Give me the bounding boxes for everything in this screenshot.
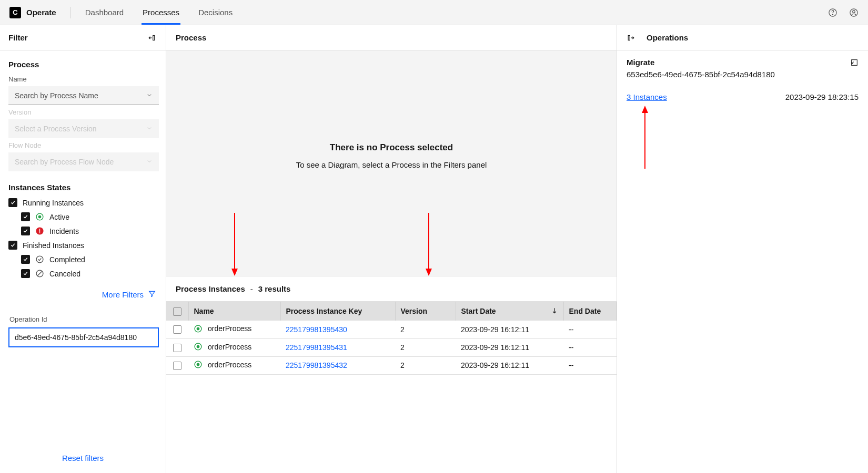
svg-point-15 — [197, 345, 200, 348]
col-start-date[interactable]: Start Date — [456, 302, 563, 321]
row-name: orderProcess — [188, 356, 280, 374]
row-key[interactable]: 225179981395430 — [280, 321, 395, 338]
operations-panel: Operations Migrate 653ed5e6-49ed-4675-85… — [617, 25, 868, 473]
top-bar: C Operate Dashboard Processes Decisions — [0, 0, 868, 25]
active-state-icon — [194, 324, 203, 333]
col-name[interactable]: Name — [188, 302, 280, 321]
row-name: orderProcess — [188, 321, 280, 338]
tab-dashboard[interactable]: Dashboard — [84, 1, 125, 25]
canceled-checkbox[interactable]: Canceled — [21, 269, 157, 278]
checkbox-empty-icon — [173, 307, 181, 316]
row-start: 2023-09-29 16:12:11 — [456, 321, 563, 338]
flow-node-select: Search by Process Flow Node — [8, 152, 159, 171]
process-diagram-panel: Process There is no Process selected To … — [166, 25, 617, 276]
row-key[interactable]: 225179981395431 — [280, 338, 395, 356]
incident-state-icon — [35, 227, 44, 235]
svg-rect-18 — [628, 35, 630, 40]
row-end: -- — [563, 356, 617, 374]
annotation-arrow-icon — [425, 213, 432, 276]
svg-point-1 — [832, 14, 833, 15]
process-name-select[interactable]: Search by Process Name — [8, 86, 159, 105]
completed-state-icon — [35, 255, 44, 264]
operation-card: Migrate 653ed5e6-49ed-4675-85bf-2c54a94d… — [617, 50, 868, 176]
running-instances-checkbox[interactable]: Running Instances — [8, 198, 157, 207]
reset-filters-link[interactable]: Reset filters — [62, 454, 104, 462]
svg-point-9 — [39, 232, 41, 233]
filter-icon — [148, 290, 156, 300]
checkbox-checked-icon — [21, 255, 30, 264]
incidents-checkbox[interactable]: Incidents — [21, 227, 157, 235]
center-panel: Process There is no Process selected To … — [166, 25, 617, 473]
active-label: Active — [49, 213, 69, 221]
operation-id-label: Operation Id — [9, 315, 156, 323]
tab-processes[interactable]: Processes — [142, 1, 180, 25]
tab-decisions[interactable]: Decisions — [197, 1, 234, 25]
row-start: 2023-09-29 16:12:11 — [456, 338, 563, 356]
col-end-date[interactable]: End Date — [563, 302, 617, 321]
row-version: 2 — [395, 356, 456, 374]
diagram-empty-subtitle: To see a Diagram, select a Process in th… — [296, 160, 487, 169]
collapse-left-icon[interactable] — [148, 33, 157, 43]
completed-label: Completed — [49, 255, 85, 264]
checkbox-checked-icon — [8, 241, 17, 250]
svg-rect-8 — [39, 229, 40, 232]
user-icon[interactable] — [849, 8, 859, 17]
operation-instances-link[interactable]: 3 Instances — [627, 92, 667, 101]
svg-rect-19 — [852, 59, 857, 65]
row-version: 2 — [395, 338, 456, 356]
diagram-empty-title: There is no Process selected — [330, 142, 453, 153]
active-state-icon — [35, 212, 44, 221]
svg-point-3 — [853, 10, 855, 13]
divider — [70, 7, 70, 18]
completed-checkbox[interactable]: Completed — [21, 255, 157, 264]
svg-point-6 — [38, 215, 42, 219]
nav-tabs: Dashboard Processes Decisions — [84, 1, 234, 25]
select-all-header[interactable] — [166, 302, 188, 321]
canceled-state-icon — [35, 269, 44, 278]
name-label: Name — [8, 75, 157, 83]
row-name: orderProcess — [188, 338, 280, 356]
expand-icon[interactable] — [850, 58, 859, 67]
checkbox-empty-icon — [173, 325, 181, 334]
flow-node-placeholder: Search by Process Flow Node — [15, 158, 114, 166]
instances-list-header: Process Instances - 3 results — [166, 276, 617, 302]
collapse-right-icon[interactable] — [625, 33, 635, 43]
row-select[interactable] — [166, 338, 188, 356]
checkbox-checked-icon — [21, 212, 30, 221]
col-key[interactable]: Process Instance Key — [280, 302, 395, 321]
active-state-icon — [194, 360, 203, 369]
active-checkbox[interactable]: Active — [21, 212, 157, 221]
incidents-label: Incidents — [49, 227, 79, 235]
operations-header: Operations — [617, 25, 868, 50]
active-state-icon — [194, 342, 203, 351]
process-name-placeholder: Search by Process Name — [15, 91, 98, 100]
operation-type: Migrate — [627, 58, 654, 67]
help-icon[interactable] — [828, 8, 837, 17]
svg-rect-4 — [153, 35, 155, 40]
chevron-down-icon — [146, 158, 153, 166]
row-select[interactable] — [166, 356, 188, 374]
process-diagram-header: Process — [166, 25, 617, 50]
list-sep: - — [250, 284, 253, 293]
states-section: Instances States — [8, 183, 157, 192]
col-version[interactable]: Version — [395, 302, 456, 321]
table-row: orderProcess22517998139543022023-09-29 1… — [166, 321, 617, 338]
row-key[interactable]: 225179981395432 — [280, 356, 395, 374]
filter-panel: Filter Process Name Search by Process Na… — [0, 25, 166, 473]
canceled-label: Canceled — [49, 270, 80, 278]
finished-instances-checkbox[interactable]: Finished Instances — [8, 241, 157, 250]
filter-title: Filter — [8, 33, 28, 42]
operation-id: 653ed5e6-49ed-4675-85bf-2c54a94d8180 — [627, 70, 859, 79]
svg-point-10 — [36, 256, 43, 263]
process-version-select: Select a Process Version — [8, 119, 159, 138]
svg-point-17 — [197, 363, 200, 366]
row-select[interactable] — [166, 321, 188, 338]
instances-count: 3 results — [258, 284, 291, 293]
chevron-down-icon — [146, 125, 153, 133]
filter-process-section: Process — [8, 60, 157, 69]
flownode-label: Flow Node — [8, 141, 157, 149]
annotation-arrow-icon — [641, 106, 859, 169]
more-filters-button[interactable]: More Filters — [9, 290, 156, 300]
checkbox-empty-icon — [173, 362, 181, 370]
operation-id-input[interactable] — [8, 327, 159, 347]
